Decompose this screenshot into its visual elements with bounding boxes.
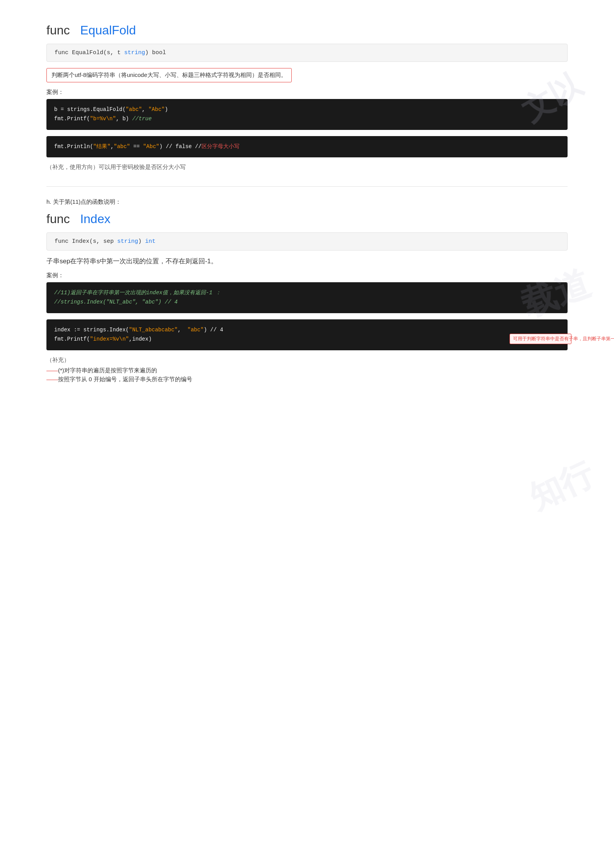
- index-code-block-2: index := strings.Index("NLT_abcabcabc", …: [46, 319, 568, 350]
- sig-bool: ) bool: [145, 49, 166, 56]
- em-dash-2: ——: [46, 376, 58, 382]
- watermark-3: 知行: [523, 452, 601, 520]
- equalfold-code-block-1: b = strings.EqualFold("abc", "Abc") fmt.…: [46, 99, 568, 130]
- supplement-item-1: ——(*)对字符串的遍历是按照字节来遍历的: [46, 367, 568, 374]
- example-label-1: 案例：: [46, 89, 568, 96]
- index-section: h. 关于第(11)点的函数说明： func Index func Index(…: [46, 198, 568, 383]
- index-supplement-title: （补充）: [46, 356, 568, 364]
- index-sig-string: string: [117, 238, 138, 245]
- example-label-2: 案例：: [46, 272, 568, 279]
- index-supplement-list: ——(*)对字符串的遍历是按照字节来遍历的 ——按照字节从 0 开始编号，返回子…: [46, 367, 568, 383]
- equalfold-signature: func EqualFold(s, t string) bool: [46, 44, 568, 62]
- index-heading: func Index: [46, 212, 568, 226]
- index-sig-suffix: ): [138, 238, 145, 245]
- sig-string-kw: string: [124, 49, 145, 56]
- index-sig-prefix: func Index(s, sep: [55, 238, 117, 245]
- func-keyword-2: func: [46, 212, 70, 226]
- equalfold-description: 判断两个utf-8编码字符串（将unicode大写、小写、标题三种格式字符视为相…: [46, 68, 292, 82]
- equalfold-desc-text: 判断两个utf-8编码字符串（将unicode大写、小写、标题三种格式字符视为相…: [51, 72, 287, 78]
- index-code-block-1: //11)返回子串在字符串第一次出现的index值，如果没有返回-1 ： //s…: [46, 282, 568, 313]
- equalfold-section: func EqualFold func EqualFold(s, t strin…: [46, 23, 568, 171]
- sig-func: func EqualFold(s, t: [55, 49, 124, 56]
- index-signature: func Index(s, sep string) int: [46, 232, 568, 251]
- annotation-popup: 可用于判断字符串中是否有子串，且判断子串第一次出现的index值: [510, 334, 571, 344]
- index-description: 子串sep在字符串s中第一次出现的位置，不存在则返回-1。: [46, 257, 568, 266]
- section-divider: [46, 186, 568, 187]
- func-keyword: func: [46, 23, 70, 37]
- equalfold-supplement: （补充，使用方向）可以用于密码校验是否区分大小写: [46, 164, 568, 171]
- em-dash-1: ——: [46, 367, 58, 373]
- index-sig-int: int: [145, 238, 156, 245]
- equalfold-name: EqualFold: [80, 23, 136, 37]
- index-section-header: h. 关于第(11)点的函数说明：: [46, 198, 568, 206]
- supplement-item-2: ——按照字节从 0 开始编号，返回子串头所在字节的编号: [46, 376, 568, 383]
- index-name: Index: [80, 212, 110, 226]
- equalfold-heading: func EqualFold: [46, 23, 568, 38]
- equalfold-code-block-2: fmt.Println("结果","abc" == "Abc") // fals…: [46, 136, 568, 158]
